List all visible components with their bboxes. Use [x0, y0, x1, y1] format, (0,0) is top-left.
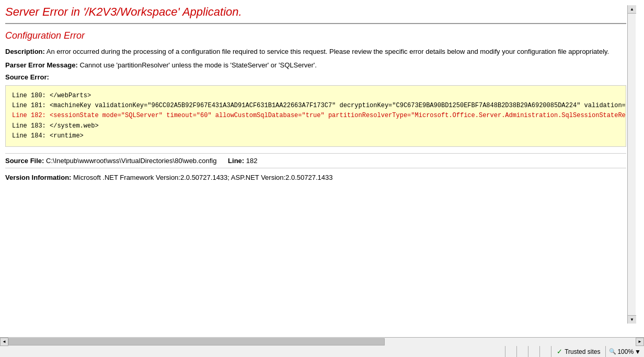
- zoom-level: 100%: [617, 348, 634, 355]
- horizontal-scrollbar[interactable]: ◄ ►: [0, 337, 644, 346]
- description-line: Description: An error occurred during th…: [5, 47, 626, 57]
- zoom-area[interactable]: 🔍 100% ▼: [605, 346, 644, 357]
- trusted-sites-label: Trusted sites: [565, 348, 600, 355]
- scroll-track-vertical: [628, 14, 636, 315]
- status-icon-1: [505, 346, 516, 358]
- vertical-scrollbar[interactable]: ▲ ▼: [627, 5, 636, 324]
- line-label: Line:: [228, 157, 244, 165]
- scroll-thumb-horizontal[interactable]: [8, 338, 385, 346]
- parser-error-text: Cannot use 'partitionResolver' unless th…: [79, 61, 317, 69]
- source-error-label: Source Error:: [5, 73, 626, 81]
- status-icon-4: [539, 346, 551, 358]
- zoom-dropdown-icon: ▼: [635, 348, 641, 355]
- parser-error-label: Parser Error Message:: [5, 61, 78, 69]
- code-block: Line 180: </webParts> Line 181: <machine…: [5, 85, 626, 147]
- description-text: An error occurred during the processing …: [47, 48, 609, 55]
- line-number: 182: [246, 157, 258, 165]
- code-line-184: Line 184: <runtime>: [12, 131, 619, 141]
- parser-error-line: Parser Error Message: Cannot use 'partit…: [5, 60, 626, 71]
- scroll-up-button[interactable]: ▲: [628, 5, 636, 14]
- status-bar: ✓ Trusted sites 🔍 100% ▼: [0, 346, 644, 357]
- section-title: Configuration Error: [5, 30, 626, 41]
- source-file-label: Source File:: [5, 157, 44, 165]
- status-icon-2: [516, 346, 528, 358]
- zoom-icon: 🔍: [609, 348, 616, 355]
- source-file-line: Source File: C:\Inetpub\wwwroot\wss\Virt…: [5, 153, 626, 168]
- code-line-183: Line 183: </system.web>: [12, 121, 619, 131]
- version-text: Microsoft .NET Framework Version:2.0.507…: [73, 174, 332, 181]
- description-label: Description:: [5, 48, 45, 55]
- trusted-sites-area[interactable]: ✓ Trusted sites: [551, 346, 605, 357]
- scroll-track-horizontal: [8, 338, 636, 346]
- code-line-180: Line 180: </webParts>: [12, 91, 619, 101]
- page-title: Server Error in '/K2V3/Workspace' Applic…: [5, 5, 626, 24]
- scroll-left-button[interactable]: ◄: [0, 338, 8, 346]
- status-icons: [505, 346, 551, 357]
- code-line-182: Line 182: <sessionState mode="SQLServer"…: [12, 111, 619, 121]
- scroll-down-button[interactable]: ▼: [628, 315, 636, 324]
- source-file-path: C:\Inetpub\wwwroot\wss\VirtualDirectorie…: [46, 157, 216, 165]
- status-icon-3: [528, 346, 539, 358]
- version-line: Version Information: Microsoft .NET Fram…: [5, 174, 626, 181]
- scroll-right-button[interactable]: ►: [636, 338, 644, 346]
- trusted-sites-checkmark-icon: ✓: [557, 348, 562, 355]
- code-line-181: Line 181: <machineKey validationKey="96C…: [12, 101, 619, 111]
- version-label: Version Information:: [5, 174, 71, 181]
